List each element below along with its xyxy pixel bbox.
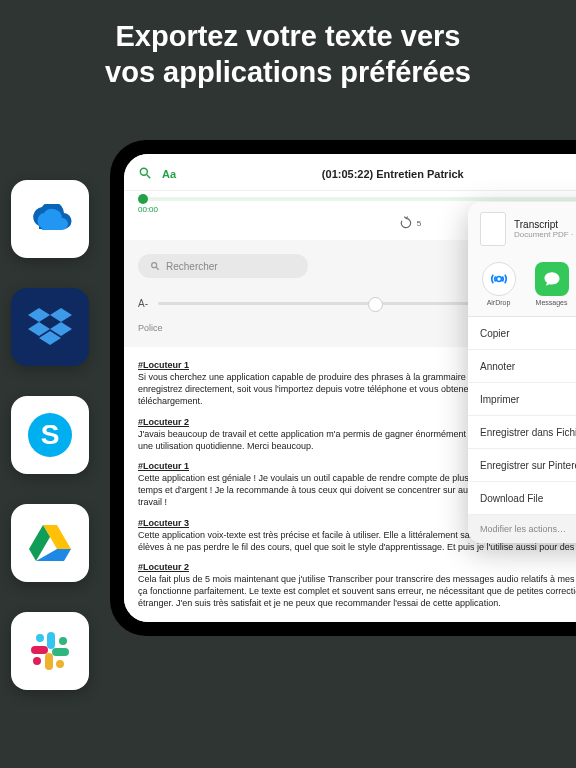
- app-tile-dropbox: [11, 288, 89, 366]
- svg-rect-4: [45, 653, 53, 670]
- menu-item-download[interactable]: Download File: [468, 482, 576, 515]
- share-footer[interactable]: Modifier les actions…: [468, 515, 576, 543]
- app-tile-google-drive: [11, 504, 89, 582]
- app-icons-column: S: [0, 180, 100, 690]
- headline-line1: Exportez votre texte vers: [116, 20, 461, 52]
- svg-point-10: [140, 168, 147, 175]
- document-icon: [480, 212, 506, 246]
- svg-point-8: [56, 660, 64, 668]
- svg-point-6: [36, 634, 44, 642]
- share-target-messages[interactable]: Messages: [535, 262, 569, 306]
- share-targets-row: AirDrop Messages Mail Notes: [468, 256, 576, 317]
- time-start: 00:00: [138, 205, 158, 214]
- skype-icon: S: [25, 410, 75, 460]
- svg-line-11: [147, 175, 151, 179]
- rewind-amount: 5: [417, 219, 421, 228]
- top-bar: Aa (01:05:22) Entretien Patrick ⋯ OK: [124, 154, 576, 191]
- dropbox-icon: [28, 308, 72, 346]
- search-icon-small: [150, 261, 160, 271]
- tablet-frame: Aa (01:05:22) Entretien Patrick ⋯ OK 00:…: [110, 140, 576, 636]
- document-title: (01:05:22) Entretien Patrick: [186, 168, 576, 180]
- slack-icon: [27, 628, 73, 674]
- svg-point-9: [33, 657, 41, 665]
- speaker-label: #Locuteur 2: [138, 561, 576, 573]
- font-icon[interactable]: Aa: [162, 168, 176, 180]
- menu-item-copy[interactable]: Copier: [468, 317, 576, 350]
- svg-rect-5: [31, 646, 48, 654]
- onedrive-icon: [25, 204, 75, 234]
- share-target-airdrop[interactable]: AirDrop: [482, 262, 516, 306]
- app-tile-skype: S: [11, 396, 89, 474]
- headline-line2: vos applications préférées: [105, 56, 471, 88]
- speaker-text: Cela fait plus de 5 mois maintenant que …: [138, 573, 576, 609]
- airdrop-icon: [489, 269, 509, 289]
- svg-line-14: [156, 267, 159, 270]
- share-sheet: Transcript Document PDF · 15 ko AirDrop …: [468, 202, 576, 543]
- menu-item-print[interactable]: Imprimer: [468, 383, 576, 416]
- svg-point-13: [152, 263, 157, 268]
- svg-point-7: [59, 637, 67, 645]
- share-doc-name: Transcript: [514, 219, 576, 230]
- app-tile-slack: [11, 612, 89, 690]
- app-tile-onedrive: [11, 180, 89, 258]
- svg-point-15: [496, 277, 501, 282]
- marketing-headline: Exportez votre texte vers vos applicatio…: [0, 0, 576, 113]
- font-small-label: A-: [138, 298, 148, 309]
- search-input[interactable]: Rechercher: [138, 254, 308, 278]
- menu-item-pinterest[interactable]: Enregistrer sur Pinterest: [468, 449, 576, 482]
- menu-item-save-files[interactable]: Enregistrer dans Fichiers: [468, 416, 576, 449]
- menu-item-annotate[interactable]: Annoter: [468, 350, 576, 383]
- rewind-icon[interactable]: [399, 216, 413, 230]
- app-screen: Aa (01:05:22) Entretien Patrick ⋯ OK 00:…: [124, 154, 576, 622]
- share-doc-subtitle: Document PDF · 15 ko: [514, 230, 576, 239]
- messages-icon: [543, 270, 561, 288]
- svg-rect-3: [52, 648, 69, 656]
- svg-text:S: S: [41, 419, 60, 450]
- search-placeholder: Rechercher: [166, 261, 218, 272]
- share-header: Transcript Document PDF · 15 ko: [468, 202, 576, 256]
- google-drive-icon: [27, 523, 73, 563]
- search-icon[interactable]: [138, 166, 152, 182]
- svg-rect-2: [47, 632, 55, 649]
- share-menu-list: Copier Annoter Imprimer Enregistrer dans…: [468, 317, 576, 515]
